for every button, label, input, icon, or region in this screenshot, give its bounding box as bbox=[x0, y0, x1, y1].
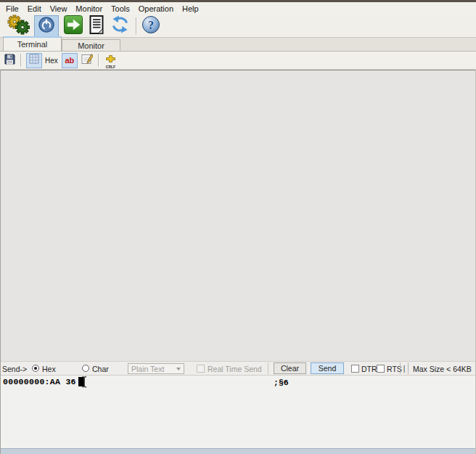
floppy-icon bbox=[4, 54, 15, 68]
terminal-toolbar: Hex ab CRLF bbox=[0, 52, 476, 70]
log-button[interactable] bbox=[86, 15, 107, 37]
rts-checkbox[interactable] bbox=[377, 365, 385, 373]
hex-view-toggle[interactable] bbox=[26, 53, 42, 68]
menu-file[interactable]: File bbox=[1, 4, 23, 13]
char-mode-radio[interactable] bbox=[82, 365, 89, 372]
menu-edit[interactable]: Edit bbox=[23, 4, 46, 13]
window-left-edge bbox=[0, 70, 1, 454]
question-globe-icon: ? bbox=[141, 15, 160, 37]
sendbar-separator bbox=[268, 362, 268, 374]
char-mode-label: Char bbox=[92, 365, 109, 373]
char-representation: ;§6 bbox=[274, 378, 289, 387]
text-format-value: Plain Text bbox=[131, 365, 164, 373]
send-direction-label: Send-> bbox=[2, 365, 27, 373]
note-pencil-icon bbox=[81, 53, 93, 68]
run-button[interactable] bbox=[63, 16, 83, 36]
power-icon bbox=[38, 16, 55, 36]
refresh-button[interactable] bbox=[110, 16, 130, 36]
hex-input-line[interactable]: 00000000:AA 36 bbox=[3, 377, 84, 386]
toolbar-separator bbox=[136, 17, 136, 35]
hex-bytes-text: 00000000:AA 36 bbox=[3, 377, 76, 386]
chevron-down-icon bbox=[176, 368, 181, 370]
grid-icon bbox=[29, 54, 39, 67]
tab-terminal[interactable]: Terminal bbox=[3, 36, 62, 51]
text-ibeam-cursor bbox=[81, 376, 89, 392]
settings-button[interactable] bbox=[5, 15, 33, 37]
tab-strip: Terminal Monitor bbox=[0, 38, 476, 52]
menu-bar: File Edit View Monitor Tools Operation H… bbox=[0, 2, 476, 15]
menu-operation[interactable]: Operation bbox=[134, 4, 178, 13]
toolbar2-separator-2 bbox=[98, 54, 99, 67]
toolbar2-separator bbox=[20, 54, 21, 67]
send-button[interactable]: Send bbox=[311, 362, 344, 374]
menu-help[interactable]: Help bbox=[178, 4, 203, 13]
horizontal-scrollbar[interactable] bbox=[0, 448, 476, 454]
dtr-checkbox[interactable] bbox=[351, 365, 359, 373]
gears-icon bbox=[6, 14, 32, 38]
text-format-select[interactable]: Plain Text bbox=[128, 363, 184, 374]
svg-text:?: ? bbox=[148, 18, 154, 31]
max-size-label: Max Size < 64KB bbox=[413, 365, 472, 373]
tab-monitor[interactable]: Monitor bbox=[62, 39, 120, 51]
connect-button[interactable] bbox=[34, 15, 59, 37]
send-options-bar: Send-> Hex Char Plain Text Real Time Sen… bbox=[0, 361, 476, 375]
crlf-cross-icon bbox=[106, 52, 115, 65]
realtime-send-checkbox[interactable] bbox=[197, 365, 205, 373]
crlf-toggle[interactable]: CRLF bbox=[106, 52, 115, 69]
terminal-output-area[interactable] bbox=[0, 70, 476, 361]
menu-tools[interactable]: Tools bbox=[107, 4, 134, 13]
hex-view-label: Hex bbox=[45, 57, 58, 65]
tab-terminal-label: Terminal bbox=[17, 40, 48, 49]
menu-view[interactable]: View bbox=[46, 4, 72, 13]
menu-monitor[interactable]: Monitor bbox=[71, 4, 107, 13]
save-button[interactable] bbox=[3, 54, 16, 67]
clear-button[interactable]: Clear bbox=[274, 362, 306, 374]
realtime-send-label: Real Time Send bbox=[208, 365, 262, 373]
document-icon bbox=[87, 15, 106, 38]
ab-icon: ab bbox=[65, 57, 74, 65]
hex-mode-radio[interactable] bbox=[32, 365, 39, 372]
help-button[interactable]: ? bbox=[141, 16, 161, 36]
edit-mode-button[interactable] bbox=[81, 54, 94, 68]
hex-mode-label: Hex bbox=[42, 365, 56, 373]
send-input-area[interactable]: 00000000:AA 36 ;§6 bbox=[0, 375, 476, 448]
sync-arrows-icon bbox=[110, 15, 130, 37]
crlf-label: CRLF bbox=[106, 65, 115, 69]
dtr-label: DTR bbox=[361, 365, 377, 373]
green-arrow-icon bbox=[64, 15, 83, 37]
splitter-handle[interactable]: | bbox=[400, 362, 409, 374]
tab-monitor-label: Monitor bbox=[78, 41, 104, 50]
main-toolbar: ? bbox=[0, 15, 476, 38]
char-view-toggle[interactable]: ab bbox=[62, 53, 78, 68]
